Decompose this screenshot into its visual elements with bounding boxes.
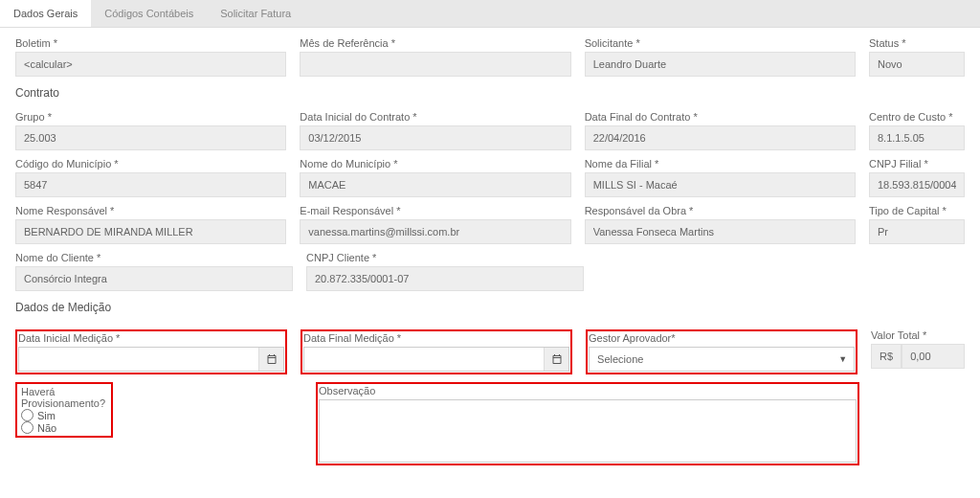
data-final-contrato-input[interactable] <box>585 125 856 150</box>
nome-filial-label: Nome da Filial * <box>585 158 856 170</box>
tab-solicitar-fatura[interactable]: Solicitar Fatura <box>207 0 304 27</box>
nome-filial-input[interactable] <box>585 172 856 197</box>
nome-municipio-input[interactable] <box>300 172 570 197</box>
nome-resp-input[interactable] <box>15 219 286 244</box>
currency-prefix: R$ <box>871 344 902 369</box>
observacao-textarea[interactable] <box>319 399 857 463</box>
nao-label: Não <box>37 422 56 434</box>
status-label: Status * <box>869 37 965 49</box>
centro-custo-input[interactable] <box>869 125 965 150</box>
cod-municipio-label: Código do Município * <box>15 158 286 170</box>
solicitante-label: Solicitante * <box>585 37 856 49</box>
email-resp-label: E-mail Responsável * <box>300 205 570 216</box>
mes-ref-input[interactable] <box>300 52 570 77</box>
observacao-label: Observação <box>319 385 857 396</box>
grupo-label: Grupo * <box>15 111 286 123</box>
data-inicial-medicao-label: Data Inicial Medição * <box>18 332 284 344</box>
boletim-input[interactable] <box>15 52 286 77</box>
email-resp-input[interactable] <box>300 219 570 244</box>
nome-cliente-input[interactable] <box>15 266 293 291</box>
provisionamento-nao-radio[interactable] <box>21 421 33 434</box>
sim-label: Sim <box>37 410 56 421</box>
centro-custo-label: Centro de Custo * <box>869 111 965 123</box>
data-inicial-medicao-input[interactable] <box>18 347 284 372</box>
nome-resp-label: Nome Responsável * <box>15 205 286 216</box>
calendar-icon[interactable] <box>258 348 283 371</box>
grupo-input[interactable] <box>15 125 286 150</box>
nome-municipio-label: Nome do Município * <box>300 158 570 170</box>
data-final-medicao-input[interactable] <box>303 347 569 372</box>
gestor-select[interactable]: Selecione <box>589 347 855 372</box>
tab-dados-gerais[interactable]: Dados Gerais <box>0 0 91 27</box>
tabs-bar: Dados Gerais Códigos Contábeis Solicitar… <box>0 0 980 28</box>
resp-obra-input[interactable] <box>585 219 856 244</box>
valor-total-input[interactable] <box>902 344 965 369</box>
tipo-capital-label: Tipo de Capital * <box>869 205 965 216</box>
provisionamento-label: Haverá Provisionamento? <box>21 386 105 409</box>
tab-codigos-contabeis[interactable]: Códigos Contábeis <box>91 0 207 27</box>
resp-obra-label: Responsável da Obra * <box>585 205 856 216</box>
data-inicial-contrato-label: Data Inicial do Contrato * <box>300 111 570 123</box>
solicitante-input[interactable] <box>585 52 856 77</box>
provisionamento-sim-radio[interactable] <box>21 409 33 421</box>
tipo-capital-input[interactable] <box>869 219 965 244</box>
mes-ref-label: Mês de Referência * <box>300 37 570 49</box>
data-final-medicao-label: Data Final Medição * <box>303 332 569 344</box>
data-final-contrato-label: Data Final do Contrato * <box>585 111 856 123</box>
cnpj-filial-label: CNPJ Filial * <box>869 158 965 170</box>
nome-cliente-label: Nome do Cliente * <box>15 252 293 263</box>
cod-municipio-input[interactable] <box>15 172 286 197</box>
cnpj-filial-input[interactable] <box>869 172 965 197</box>
data-inicial-contrato-input[interactable] <box>300 125 570 150</box>
valor-total-label: Valor Total * <box>871 329 965 341</box>
calendar-icon[interactable] <box>544 348 568 371</box>
contrato-title: Contrato <box>15 86 965 100</box>
cnpj-cliente-input[interactable] <box>306 266 584 291</box>
medicao-title: Dados de Medição <box>15 301 965 314</box>
cnpj-cliente-label: CNPJ Cliente * <box>306 252 584 263</box>
boletim-label: Boletim * <box>15 37 286 49</box>
gestor-label: Gestor Aprovador* <box>589 332 855 344</box>
status-input[interactable] <box>869 52 965 77</box>
